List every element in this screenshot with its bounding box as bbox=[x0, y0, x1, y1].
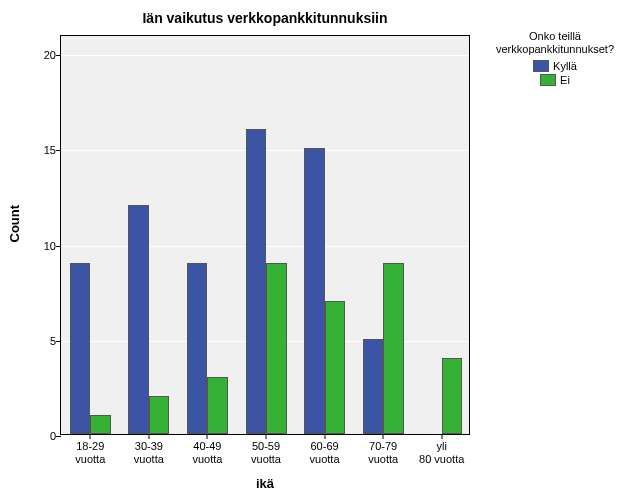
x-tick-mark bbox=[207, 434, 208, 439]
x-tick-mark bbox=[383, 434, 384, 439]
bar-ei bbox=[149, 396, 170, 434]
y-tick-label: 0 bbox=[31, 430, 56, 442]
x-tick-mark bbox=[324, 434, 325, 439]
x-tick-label: yli80 vuotta bbox=[413, 440, 471, 466]
legend-title: Onko teillä verkkopankkitunnukset? bbox=[496, 30, 614, 56]
legend: Onko teillä verkkopankkitunnukset? Kyllä… bbox=[496, 30, 614, 86]
bar-kylla bbox=[128, 205, 149, 434]
x-tick-mark bbox=[148, 434, 149, 439]
legend-label: Kyllä bbox=[553, 60, 577, 72]
y-tick-mark bbox=[56, 55, 61, 56]
bar-kylla bbox=[304, 148, 325, 434]
chart-title: Iän vaikutus verkkopankkitunnuksiin bbox=[60, 10, 470, 26]
x-tick-mark bbox=[266, 434, 267, 439]
y-tick-label: 10 bbox=[31, 240, 56, 252]
bar-ei bbox=[383, 263, 404, 434]
bar-ei bbox=[90, 415, 111, 434]
legend-title-line1: Onko teillä bbox=[529, 30, 581, 42]
bar-kylla bbox=[363, 339, 384, 434]
y-axis-label: Count bbox=[7, 205, 22, 243]
y-tick-label: 20 bbox=[31, 49, 56, 61]
bar-ei bbox=[207, 377, 228, 434]
y-tick-mark bbox=[56, 150, 61, 151]
y-tick-mark bbox=[56, 246, 61, 247]
legend-item: Ei bbox=[496, 74, 614, 86]
x-tick-label: 40-49vuotta bbox=[178, 440, 236, 466]
bar-kylla bbox=[187, 263, 208, 434]
y-tick-mark bbox=[56, 341, 61, 342]
y-tick-label: 15 bbox=[31, 144, 56, 156]
plot-area: 0510152018-29vuotta30-39vuotta40-49vuott… bbox=[60, 35, 470, 435]
gridline bbox=[61, 55, 469, 56]
y-tick-mark bbox=[56, 436, 61, 437]
y-tick-label: 5 bbox=[31, 335, 56, 347]
bar-kylla bbox=[246, 129, 267, 434]
x-axis-label: ikä bbox=[60, 476, 470, 491]
legend-label: Ei bbox=[560, 74, 570, 86]
bar-ei bbox=[325, 301, 346, 434]
bar-ei bbox=[266, 263, 287, 434]
x-tick-mark bbox=[90, 434, 91, 439]
x-tick-mark bbox=[441, 434, 442, 439]
x-tick-label: 18-29vuotta bbox=[61, 440, 119, 466]
legend-title-line2: verkkopankkitunnukset? bbox=[496, 43, 614, 55]
legend-swatch bbox=[540, 74, 556, 86]
chart-container: Iän vaikutus verkkopankkitunnuksiin 0510… bbox=[0, 0, 626, 501]
x-tick-label: 30-39vuotta bbox=[120, 440, 178, 466]
legend-swatch bbox=[533, 60, 549, 72]
x-tick-label: 50-59vuotta bbox=[237, 440, 295, 466]
x-tick-label: 70-79vuotta bbox=[354, 440, 412, 466]
bar-kylla bbox=[70, 263, 91, 434]
legend-item: Kyllä bbox=[496, 60, 614, 72]
bar-ei bbox=[442, 358, 463, 434]
x-tick-label: 60-69vuotta bbox=[296, 440, 354, 466]
